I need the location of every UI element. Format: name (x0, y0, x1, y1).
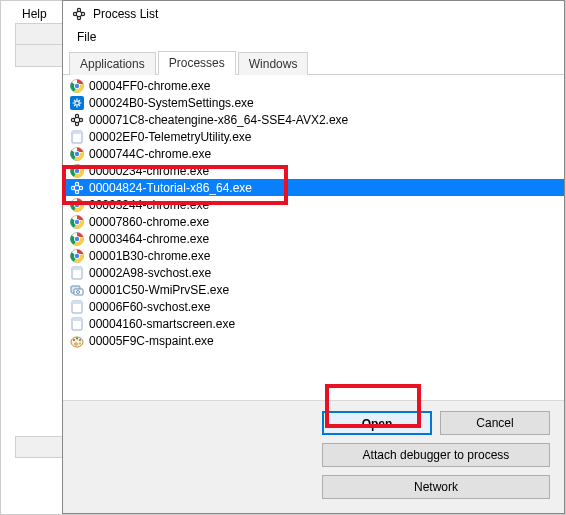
menu-help[interactable]: Help (16, 4, 53, 24)
process-label: 00003244-chrome.exe (89, 198, 209, 212)
bg-panel (15, 436, 63, 458)
process-label: 00003464-chrome.exe (89, 232, 209, 246)
attach-debugger-button[interactable]: Attach debugger to process (322, 443, 550, 467)
chrome-icon (69, 163, 85, 179)
process-row[interactable]: 00004160-smartscreen.exe (63, 315, 564, 332)
tab-processes[interactable]: Processes (158, 51, 236, 75)
process-label: 00007860-chrome.exe (89, 215, 209, 229)
button-bar: Open Cancel Attach debugger to process N… (63, 400, 564, 513)
process-row[interactable]: 000071C8-cheatengine-x86_64-SSE4-AVX2.ex… (63, 111, 564, 128)
bg-panel (15, 23, 63, 45)
tab-applications[interactable]: Applications (69, 52, 156, 75)
svg-rect-38 (72, 267, 82, 270)
process-label: 00002EF0-TelemetryUtility.exe (89, 130, 252, 144)
process-row[interactable]: 00003244-chrome.exe (63, 196, 564, 213)
blank-icon (69, 299, 85, 315)
process-row[interactable]: 00004FF0-chrome.exe (63, 77, 564, 94)
process-row[interactable]: 00002A98-svchost.exe (63, 264, 564, 281)
svg-point-49 (79, 339, 81, 341)
process-row[interactable]: 00001C50-WmiPrvSE.exe (63, 281, 564, 298)
svg-point-6 (75, 83, 79, 87)
paint-icon (69, 333, 85, 349)
chrome-icon (69, 146, 85, 162)
chrome-icon (69, 197, 85, 213)
ce-icon (69, 112, 85, 128)
svg-rect-40 (74, 289, 83, 295)
process-label: 00004FF0-chrome.exe (89, 79, 210, 93)
svg-point-51 (75, 343, 78, 345)
blank-icon (69, 129, 85, 145)
titlebar: Process List (63, 1, 564, 26)
tabstrip: Applications Processes Windows (63, 50, 564, 75)
process-row[interactable]: 00003464-chrome.exe (63, 230, 564, 247)
process-list-dialog: Process List File Applications Processes… (62, 0, 565, 514)
wmi-icon (69, 282, 85, 298)
process-row[interactable]: 00004824-Tutorial-x86_64.exe (63, 179, 564, 196)
process-label: 00005F9C-mspaint.exe (89, 334, 214, 348)
blank-icon (69, 316, 85, 332)
svg-point-33 (75, 236, 79, 240)
svg-point-48 (76, 337, 78, 339)
process-label: 000024B0-SystemSettings.exe (89, 96, 254, 110)
svg-rect-7 (70, 96, 84, 110)
chrome-icon (69, 214, 85, 230)
process-row[interactable]: 0000744C-chrome.exe (63, 145, 564, 162)
ce-icon (69, 180, 85, 196)
menubar: File (63, 26, 564, 50)
tab-windows[interactable]: Windows (238, 52, 309, 75)
process-label: 00001B30-chrome.exe (89, 249, 210, 263)
cancel-button[interactable]: Cancel (440, 411, 550, 435)
window-title: Process List (93, 7, 158, 21)
process-label: 00004824-Tutorial-x86_64.exe (89, 181, 252, 195)
process-row[interactable]: 000024B0-SystemSettings.exe (63, 94, 564, 111)
bg-panel (15, 45, 63, 67)
process-label: 00000234-chrome.exe (89, 164, 209, 178)
app-icon (71, 6, 87, 22)
chrome-icon (69, 231, 85, 247)
process-label: 0000744C-chrome.exe (89, 147, 211, 161)
process-row[interactable]: 00006F60-svchost.exe (63, 298, 564, 315)
chrome-icon (69, 78, 85, 94)
chrome-icon (69, 248, 85, 264)
blank-icon (69, 265, 85, 281)
menu-file[interactable]: File (71, 28, 102, 46)
network-button[interactable]: Network (322, 475, 550, 499)
process-row[interactable]: 00000234-chrome.exe (63, 162, 564, 179)
button-row: Open Cancel (322, 411, 550, 435)
svg-rect-45 (72, 318, 82, 321)
svg-point-50 (79, 342, 81, 344)
svg-point-27 (75, 202, 79, 206)
settings-icon (69, 95, 85, 111)
process-label: 000071C8-cheatengine-x86_64-SSE4-AVX2.ex… (89, 113, 348, 127)
svg-point-20 (75, 168, 79, 172)
svg-point-17 (75, 151, 79, 155)
svg-rect-14 (72, 131, 82, 134)
svg-rect-43 (72, 301, 82, 304)
process-label: 00002A98-svchost.exe (89, 266, 211, 280)
svg-point-36 (75, 253, 79, 257)
svg-point-47 (73, 339, 75, 341)
process-list[interactable]: 00004FF0-chrome.exe000024B0-SystemSettin… (63, 75, 564, 400)
process-label: 00004160-smartscreen.exe (89, 317, 235, 331)
process-row[interactable]: 00001B30-chrome.exe (63, 247, 564, 264)
process-label: 00006F60-svchost.exe (89, 300, 210, 314)
process-label: 00001C50-WmiPrvSE.exe (89, 283, 229, 297)
svg-point-30 (75, 219, 79, 223)
process-row[interactable]: 00002EF0-TelemetryUtility.exe (63, 128, 564, 145)
process-row[interactable]: 00007860-chrome.exe (63, 213, 564, 230)
open-button[interactable]: Open (322, 411, 432, 435)
process-row[interactable]: 00005F9C-mspaint.exe (63, 332, 564, 349)
